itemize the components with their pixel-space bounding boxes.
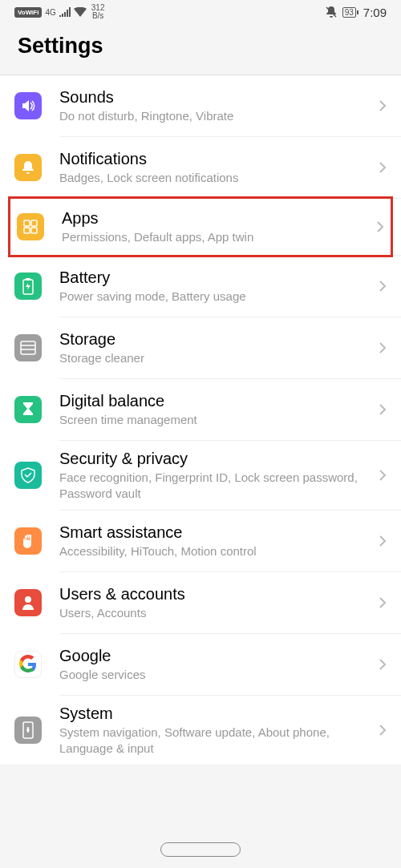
chevron-right-icon (379, 535, 387, 547)
row-title: Users & accounts (59, 585, 372, 604)
signal-icon (59, 7, 71, 17)
row-storage[interactable]: Storage Storage cleaner (0, 317, 401, 378)
person-icon (14, 589, 42, 616)
speed-unit: B/s (92, 12, 103, 20)
home-indicator[interactable] (160, 842, 241, 857)
battery-icon (14, 273, 42, 300)
row-subtitle: System navigation, Software update, Abou… (59, 725, 372, 756)
storage-icon (14, 334, 42, 361)
row-security[interactable]: Security & privacy Face recognition, Fin… (0, 441, 401, 510)
chevron-right-icon (379, 99, 387, 112)
svg-rect-7 (21, 341, 35, 354)
page-header: Settings (0, 24, 401, 75)
chevron-right-icon (379, 280, 387, 293)
svg-rect-6 (26, 278, 30, 281)
row-subtitle: Screen time management (59, 412, 372, 428)
row-title: Storage (59, 330, 372, 349)
row-battery[interactable]: Battery Power saving mode, Battery usage (0, 256, 401, 317)
row-notifications[interactable]: Notifications Badges, Lock screen notifi… (0, 137, 401, 198)
page-title: Settings (18, 34, 383, 59)
chevron-right-icon (379, 658, 387, 671)
battery-indicator: 93 (342, 7, 358, 18)
network-type: 4G (45, 8, 55, 17)
row-subtitle: Face recognition, Fingerprint ID, Lock s… (59, 470, 372, 501)
row-system[interactable]: i System System navigation, Software upd… (0, 696, 401, 765)
row-subtitle: Power saving mode, Battery usage (59, 289, 372, 305)
row-title: Apps (62, 209, 370, 228)
clock: 7:09 (363, 6, 387, 19)
hourglass-icon (14, 396, 42, 423)
row-title: System (59, 704, 372, 723)
system-icon: i (14, 717, 42, 744)
google-icon (14, 651, 42, 678)
row-title: Google (59, 647, 372, 665)
row-subtitle: Do not disturb, Ringtone, Vibrate (59, 108, 372, 124)
bell-icon (14, 154, 42, 181)
row-users-accounts[interactable]: Users & accounts Users, Accounts (0, 572, 401, 633)
chevron-right-icon (379, 724, 387, 737)
svg-text:i: i (27, 726, 29, 733)
chevron-right-icon (379, 341, 387, 354)
row-digital-balance[interactable]: Digital balance Screen time management (0, 379, 401, 440)
svg-rect-3 (24, 228, 30, 233)
vowifi-badge: VoWiFi (14, 7, 42, 18)
row-subtitle: Badges, Lock screen notifications (59, 170, 372, 186)
shield-icon (14, 462, 42, 489)
row-title: Smart assistance (59, 523, 372, 542)
svg-rect-1 (24, 220, 30, 226)
chevron-right-icon (379, 403, 387, 416)
row-title: Security & privacy (59, 450, 372, 468)
row-title: Battery (59, 268, 372, 287)
battery-level: 93 (342, 7, 356, 18)
svg-point-10 (25, 596, 31, 603)
row-subtitle: Users, Accounts (59, 605, 372, 621)
row-subtitle: Storage cleaner (59, 350, 372, 366)
row-sounds[interactable]: Sounds Do not disturb, Ringtone, Vibrate (0, 75, 401, 136)
chevron-right-icon (376, 220, 384, 233)
settings-list[interactable]: Sounds Do not disturb, Ringtone, Vibrate… (0, 75, 401, 765)
row-title: Notifications (59, 150, 372, 168)
row-subtitle: Permissions, Default apps, App twin (62, 229, 370, 245)
row-title: Sounds (59, 88, 372, 107)
row-smart-assistance[interactable]: Smart assistance Accessibility, HiTouch,… (0, 511, 401, 571)
chevron-right-icon (379, 469, 387, 482)
chevron-right-icon (379, 161, 387, 174)
row-subtitle: Google services (59, 667, 372, 683)
row-google[interactable]: Google Google services (0, 634, 401, 695)
status-bar: VoWiFi 4G 312 B/s 93 7:09 (0, 0, 401, 24)
svg-rect-2 (31, 220, 37, 226)
row-apps[interactable]: Apps Permissions, Default apps, App twin (8, 196, 393, 257)
row-subtitle: Accessibility, HiTouch, Motion control (59, 543, 372, 559)
row-title: Digital balance (59, 392, 372, 410)
wifi-icon (74, 7, 87, 17)
sound-icon (14, 92, 42, 119)
svg-rect-4 (31, 228, 37, 233)
hand-icon (14, 527, 42, 555)
mute-icon (325, 6, 338, 18)
chevron-right-icon (379, 596, 387, 609)
apps-icon (17, 213, 44, 240)
